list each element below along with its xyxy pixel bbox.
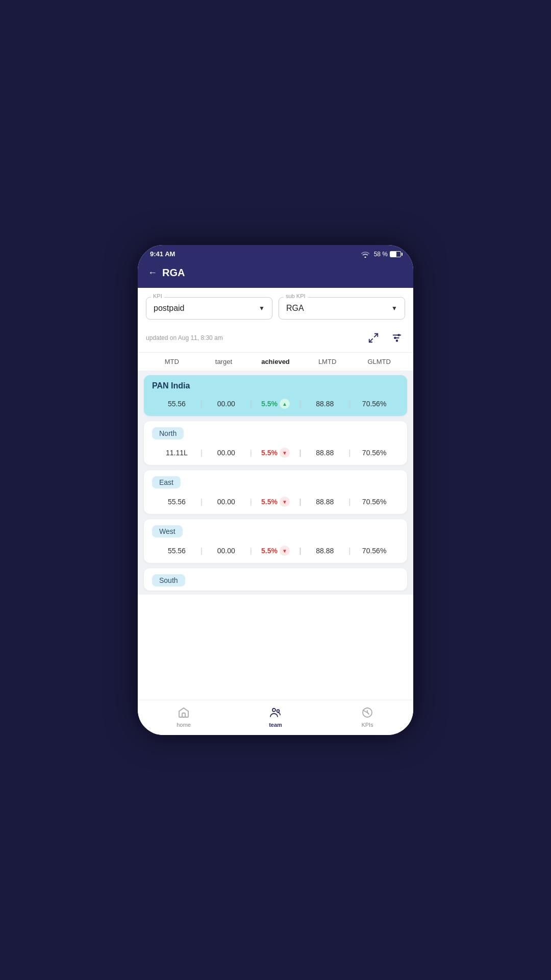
north-glmtd: 70.56% [349, 449, 399, 457]
west-glmtd: 70.56% [349, 547, 399, 555]
north-label: North [152, 427, 184, 439]
north-lmtd: 88.88 [300, 449, 349, 457]
card-north[interactable]: North 11.11L 00.00 5.5% ▼ 88.88 70.56% [144, 421, 407, 465]
west-lmtd: 88.88 [300, 547, 349, 555]
expand-icon [368, 332, 379, 344]
kpi-dropdown[interactable]: postpaid ▼ [146, 297, 272, 320]
col-target: target [198, 358, 250, 365]
card-pan-india[interactable]: PAN India 55.56 00.00 5.5% ▲ 88.88 70.56… [144, 375, 407, 416]
north-mtd: 11.11L [152, 449, 202, 457]
card-west-row: 55.56 00.00 5.5% ▼ 88.88 70.56% [144, 542, 407, 563]
update-bar: updated on Aug 11, 8:30 am [138, 326, 413, 352]
pan-india-target: 00.00 [202, 400, 251, 408]
nav-kpis[interactable]: KPIs [360, 705, 374, 728]
filter-icon [391, 332, 403, 344]
card-north-header: North [144, 421, 407, 444]
table-header: MTD target achieved LMTD GLMTD [138, 352, 413, 371]
nav-home-label: home [177, 722, 191, 728]
south-label: South [152, 574, 185, 586]
west-target: 00.00 [202, 547, 251, 555]
card-east[interactable]: East 55.56 00.00 5.5% ▼ 88.88 70.56% [144, 470, 407, 514]
trend-down-icon-west: ▼ [280, 546, 290, 556]
status-time: 9:41 AM [150, 250, 175, 258]
status-icons: 58 % [361, 251, 401, 258]
sub-kpi-value: RGA [286, 304, 304, 313]
west-mtd: 55.56 [152, 547, 202, 555]
sub-kpi-dropdown-wrapper: sub KPI RGA ▼ [279, 297, 405, 320]
kpi-value: postpaid [154, 304, 185, 313]
home-icon [177, 705, 191, 720]
card-east-row: 55.56 00.00 5.5% ▼ 88.88 70.56% [144, 493, 407, 514]
card-east-header: East [144, 470, 407, 493]
phone-shell: 9:41 AM 58 % ← RGA [138, 245, 413, 735]
kpi-dropdown-arrow: ▼ [259, 305, 265, 312]
sub-kpi-dropdown[interactable]: RGA ▼ [279, 297, 405, 320]
expand-button[interactable] [365, 330, 382, 346]
svg-point-6 [398, 334, 399, 336]
west-achieved: 5.5% ▼ [251, 546, 300, 556]
card-pan-india-header: PAN India [144, 375, 407, 395]
east-mtd: 55.56 [152, 498, 202, 506]
svg-line-0 [374, 334, 378, 337]
back-button[interactable]: ← [148, 267, 157, 278]
col-lmtd: LMTD [302, 358, 354, 365]
card-west-header: West [144, 519, 407, 542]
pan-india-glmtd: 70.56% [349, 400, 399, 408]
app-header: ← RGA [138, 261, 413, 288]
pan-india-mtd: 55.56 [152, 400, 202, 408]
content-area[interactable]: KPI postpaid ▼ sub KPI RGA ▼ updated on … [138, 288, 413, 700]
pan-india-lmtd: 88.88 [300, 400, 349, 408]
svg-point-10 [277, 710, 280, 713]
svg-point-5 [394, 337, 396, 339]
east-glmtd: 70.56% [349, 498, 399, 506]
east-achieved: 5.5% ▼ [251, 497, 300, 507]
dropdowns-section: KPI postpaid ▼ sub KPI RGA ▼ [138, 288, 413, 326]
sub-kpi-label: sub KPI [284, 293, 308, 299]
east-label: East [152, 476, 181, 488]
status-bar: 9:41 AM 58 % [138, 245, 413, 261]
svg-point-9 [272, 708, 276, 712]
svg-point-7 [396, 340, 398, 341]
update-text: updated on Aug 11, 8:30 am [146, 334, 223, 341]
wifi-icon [361, 251, 370, 258]
kpi-dropdown-wrapper: KPI postpaid ▼ [146, 297, 272, 320]
north-target: 00.00 [202, 449, 251, 457]
trend-down-icon-north: ▼ [280, 448, 290, 458]
phone-inner: 9:41 AM 58 % ← RGA [138, 245, 413, 735]
filter-button[interactable] [389, 330, 405, 346]
pan-india-achieved: 5.5% ▲ [251, 399, 300, 409]
trend-down-icon-east: ▼ [280, 497, 290, 507]
card-west[interactable]: West 55.56 00.00 5.5% ▼ 88.88 70.56% [144, 519, 407, 563]
card-pan-india-row: 55.56 00.00 5.5% ▲ 88.88 70.56% [144, 395, 407, 416]
card-south-header: South [144, 568, 407, 591]
team-icon [268, 705, 283, 720]
battery-fill [390, 252, 396, 257]
card-south[interactable]: South [144, 568, 407, 591]
east-target: 00.00 [202, 498, 251, 506]
page-title: RGA [162, 267, 185, 279]
header-title: ← RGA [148, 267, 403, 279]
icon-buttons [365, 330, 405, 346]
battery-percent: 58 % [374, 251, 388, 258]
svg-rect-8 [182, 713, 185, 717]
battery-icon [390, 251, 401, 257]
col-glmtd: GLMTD [353, 358, 405, 365]
trend-up-icon: ▲ [280, 399, 290, 409]
battery-container: 58 % [374, 251, 401, 258]
col-achieved: achieved [249, 358, 302, 365]
svg-line-1 [369, 339, 372, 342]
sub-kpi-dropdown-arrow: ▼ [391, 305, 397, 312]
kpis-icon [360, 705, 374, 720]
nav-team[interactable]: team [268, 705, 283, 728]
card-north-row: 11.11L 00.00 5.5% ▼ 88.88 70.56% [144, 444, 407, 465]
kpi-label: KPI [151, 293, 164, 299]
nav-kpis-label: KPIs [361, 722, 373, 728]
north-achieved: 5.5% ▼ [251, 448, 300, 458]
bottom-nav: home team [138, 700, 413, 735]
pan-india-label: PAN India [152, 381, 190, 390]
east-lmtd: 88.88 [300, 498, 349, 506]
cards-container: PAN India 55.56 00.00 5.5% ▲ 88.88 70.56… [138, 371, 413, 595]
col-mtd: MTD [146, 358, 198, 365]
nav-home[interactable]: home [177, 705, 191, 728]
west-label: West [152, 525, 183, 537]
